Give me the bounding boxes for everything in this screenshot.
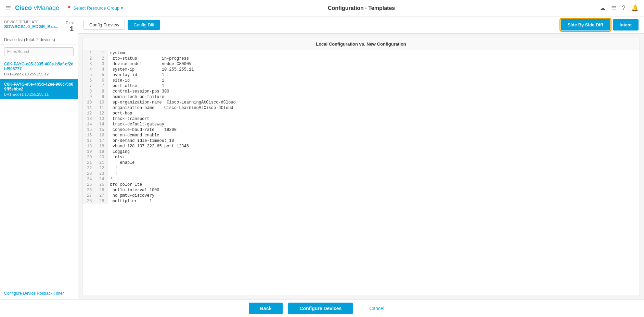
line-code: site-id 1 bbox=[107, 78, 640, 83]
line-num-right: 8 bbox=[95, 89, 107, 94]
line-num-right: 26 bbox=[95, 187, 107, 193]
line-num-left: 20 bbox=[82, 155, 95, 160]
line-num-left: 19 bbox=[82, 149, 95, 155]
table-row: 15 15 console-baud-rate 19200 bbox=[82, 127, 640, 133]
config-preview-tab[interactable]: Config Preview bbox=[83, 20, 125, 30]
table-row: 6 6 site-id 1 bbox=[82, 78, 640, 83]
line-num-right: 1 bbox=[95, 50, 107, 56]
line-num-left: 3 bbox=[82, 61, 95, 67]
brand-cisco: Cisco bbox=[15, 4, 32, 12]
table-row: 18 18 vbond 128.107.222.65 port 12346 bbox=[82, 144, 640, 149]
line-num-right: 18 bbox=[95, 144, 107, 149]
line-num-left: 5 bbox=[82, 72, 95, 78]
line-code: track-default-gateway bbox=[107, 122, 640, 127]
sidebar: Device Template SDWSCS1.0_EDGE_Bra... To… bbox=[0, 16, 78, 299]
line-num-left: 16 bbox=[82, 133, 95, 138]
line-code: ! bbox=[107, 166, 640, 171]
line-num-right: 21 bbox=[95, 160, 107, 166]
sidebar-header: Device Template SDWSCS1.0_EDGE_Bra... To… bbox=[0, 16, 78, 35]
table-row: 16 16 no on-demand enable bbox=[82, 133, 640, 138]
line-code: logging bbox=[107, 149, 640, 155]
resource-group-label: Select Resource Group bbox=[73, 5, 119, 11]
line-code: system bbox=[107, 50, 640, 56]
line-num-left: 24 bbox=[82, 176, 95, 182]
line-code: sp-organization-name Cisco-LearningAtCis… bbox=[107, 100, 640, 105]
line-num-right: 19 bbox=[95, 149, 107, 155]
side-by-side-diff-button[interactable]: Side By Side Diff bbox=[561, 19, 610, 31]
brand: Cisco vManage bbox=[15, 4, 59, 12]
line-code: track-transport bbox=[107, 116, 640, 122]
line-num-right: 25 bbox=[95, 182, 107, 187]
table-row: 11 11 organization-name Cisco-LearningAt… bbox=[82, 105, 640, 111]
help-icon[interactable]: ? bbox=[622, 4, 626, 12]
line-num-left: 9 bbox=[82, 94, 95, 100]
device-sub-2: BR1-Edge1|10.255.255.11 bbox=[4, 92, 74, 96]
table-row: 25 25 bfd color lte bbox=[82, 182, 640, 187]
line-num-left: 15 bbox=[82, 127, 95, 133]
back-button[interactable]: Back bbox=[249, 303, 283, 314]
table-row: 12 12 port-hop bbox=[82, 111, 640, 116]
table-row: 19 19 logging bbox=[82, 149, 640, 155]
device-template-label: Device Template bbox=[4, 20, 66, 24]
table-row: 17 17 on-demand idle-timeout 10 bbox=[82, 138, 640, 144]
device-id-1: C8K-PAYG-c85-3335-408e-b5af-cf2dbf906777 bbox=[4, 62, 74, 71]
rollback-timer-link[interactable]: Configure Device Rollback Timer bbox=[4, 291, 64, 296]
device-item-1[interactable]: C8K-PAYG-c85-3335-408e-b5af-cf2dbf906777… bbox=[0, 59, 78, 79]
table-row: 5 5 overlay-id 1 bbox=[82, 72, 640, 78]
table-row: 28 28 multiplier 1 bbox=[82, 198, 640, 204]
line-num-left: 27 bbox=[82, 193, 95, 198]
line-code: vbond 128.107.222.65 port 12346 bbox=[107, 144, 640, 149]
intent-button[interactable]: Intent bbox=[613, 19, 639, 31]
line-num-right: 28 bbox=[95, 198, 107, 204]
line-code: port-offset 1 bbox=[107, 83, 640, 89]
line-code: port-hop bbox=[107, 111, 640, 116]
template-info: Device Template SDWSCS1.0_EDGE_Bra... bbox=[4, 20, 66, 29]
line-code: system-ip 10.255.255.11 bbox=[107, 67, 640, 72]
line-num-left: 10 bbox=[82, 100, 95, 105]
line-num-right: 4 bbox=[95, 67, 107, 72]
line-code: organization-name Cisco-LearningAtCisco-… bbox=[107, 105, 640, 111]
line-num-left: 22 bbox=[82, 166, 95, 171]
cancel-button[interactable]: Cancel bbox=[358, 303, 395, 314]
table-row: 24 24 ! bbox=[82, 176, 640, 182]
cloud-icon[interactable]: ☁ bbox=[600, 4, 606, 12]
line-num-left: 12 bbox=[82, 111, 95, 116]
line-num-left: 14 bbox=[82, 122, 95, 127]
line-num-right: 17 bbox=[95, 138, 107, 144]
line-num-right: 16 bbox=[95, 133, 107, 138]
bell-icon[interactable]: 🔔 bbox=[631, 4, 639, 12]
line-code: admin-tech-on-failure bbox=[107, 94, 640, 100]
hamburger-icon[interactable]: ☰ bbox=[5, 4, 11, 12]
line-code: ! bbox=[107, 176, 640, 182]
line-code: no pmtu-discovery bbox=[107, 193, 640, 198]
config-view: Local Configuration vs. New Configuratio… bbox=[82, 38, 640, 295]
device-list: C8K-PAYG-c85-3335-408e-b5af-cf2dbf906777… bbox=[0, 59, 78, 287]
table-row: 22 22 ! bbox=[82, 166, 640, 171]
menu-icon[interactable]: ☰ bbox=[611, 4, 617, 12]
total-section: Total 1 bbox=[66, 20, 74, 33]
table-row: 1 1 system bbox=[82, 50, 640, 56]
line-code: device-model vedge-C8000V bbox=[107, 61, 640, 67]
table-row: 10 10 sp-organization-name Cisco-Learnin… bbox=[82, 100, 640, 105]
content-area: Config Preview Config Diff Side By Side … bbox=[78, 16, 644, 299]
line-num-right: 14 bbox=[95, 122, 107, 127]
configure-devices-button[interactable]: Configure Devices bbox=[288, 303, 353, 314]
device-item-2[interactable]: C8K-PAYG-e5e-4b5d-42ee-906c-5b09ff5ebbe2… bbox=[0, 79, 78, 99]
line-num-right: 3 bbox=[95, 61, 107, 67]
line-num-left: 13 bbox=[82, 116, 95, 122]
location-icon: 📍 bbox=[66, 5, 72, 11]
table-row: 27 27 no pmtu-discovery bbox=[82, 193, 640, 198]
filter-search-input[interactable]: Filter/Search bbox=[4, 47, 74, 56]
footer: Back Configure Devices Cancel bbox=[0, 299, 644, 317]
total-label: Total bbox=[66, 21, 74, 25]
sidebar-footer: Configure Device Rollback Timer bbox=[0, 287, 78, 299]
dropdown-icon: ▾ bbox=[121, 5, 123, 11]
resource-group-selector[interactable]: 📍 Select Resource Group ▾ bbox=[66, 5, 123, 11]
line-num-left: 6 bbox=[82, 78, 95, 83]
main-layout: Device Template SDWSCS1.0_EDGE_Bra... To… bbox=[0, 16, 644, 299]
line-code: enable bbox=[107, 160, 640, 166]
line-code: disk bbox=[107, 155, 640, 160]
config-diff-tab[interactable]: Config Diff bbox=[128, 20, 160, 30]
brand-vmanage: vManage bbox=[34, 4, 59, 12]
table-row: 2 2 ztp-status in-progress bbox=[82, 56, 640, 61]
